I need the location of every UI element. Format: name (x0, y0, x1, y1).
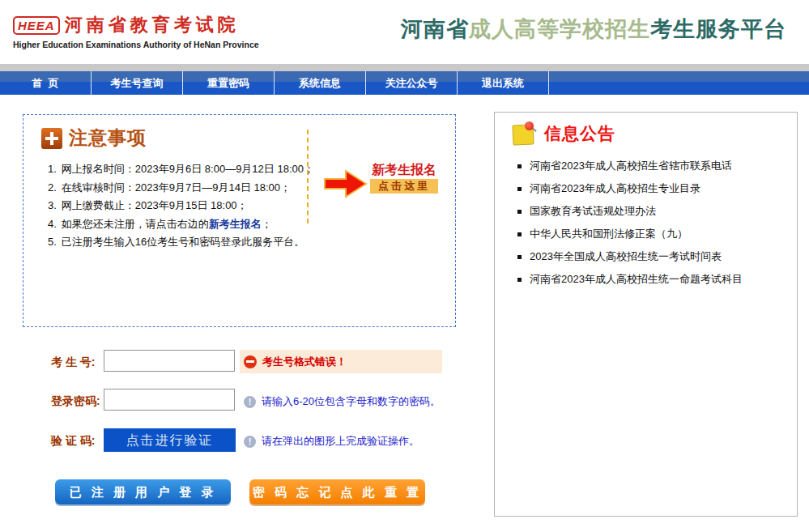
bullet-icon (517, 232, 522, 236)
notice-item-number: 2. (48, 181, 57, 194)
nav-item-follow-account[interactable]: 关注公众号 (366, 71, 458, 95)
notice-item: 4.如果您还未注册，请点击右边的新考生报名； (48, 215, 303, 234)
nav-item-logout[interactable]: 退出系统 (458, 71, 549, 95)
id-error-message-strip: 考生号格式错误！ (240, 350, 442, 373)
notice-item-number: 4. (48, 218, 57, 230)
notice-item-number: 1. (48, 163, 57, 175)
pinned-note-icon (513, 121, 537, 146)
notice-panel-title: 注意事项 (69, 126, 147, 151)
plus-icon (41, 128, 62, 149)
announcement-link[interactable]: 国家教育考试违规处理办法 (517, 204, 656, 219)
title-part-platform: 考生服务平台 (650, 17, 786, 41)
header-divider (0, 64, 809, 71)
notice-item-text-post: ； (262, 218, 272, 230)
announcement-link[interactable]: 河南省2023年成人高校招生专业目录 (517, 181, 700, 196)
notice-item-text: 如果您还未注册，请点击右边的 (62, 218, 209, 230)
notice-item-text: 网上缴费截止：2023年9月15日 18:00； (62, 199, 248, 211)
notice-list: 1.网上报名时间：2023年9月6日 8:00—9月12日 18:00； 2.在… (48, 160, 303, 252)
bullet-icon (517, 278, 522, 282)
bullet-icon (517, 187, 522, 191)
password-hint-text: 请输入6-20位包含字母和数字的密码。 (262, 394, 441, 409)
logo-chinese-name: 河南省教育考试院 (65, 13, 240, 37)
notice-item: 2.在线审核时间：2023年9月7日—9月14日 18:00； (48, 179, 303, 198)
notice-item: 3.网上缴费截止：2023年9月15日 18:00； (48, 197, 303, 215)
announcement-panel: 信息公告 河南省2023年成人高校招生省辖市联系电话 河南省2023年成人高校招… (494, 112, 798, 517)
new-candidate-register-link[interactable]: 新考生报名 (209, 218, 262, 230)
announcement-text[interactable]: 2023年全国成人高校招生统一考试时间表 (530, 249, 722, 264)
password-hint-row: ! 请输入6-20位包含字母和数字的密码。 (244, 394, 441, 409)
announcement-text[interactable]: 中华人民共和国刑法修正案（九） (530, 227, 688, 241)
notice-item-text: 网上报名时间：2023年9月6日 8:00—9月12日 18:00； (62, 163, 314, 175)
announcement-text[interactable]: 河南省2023年成人高校招生统一命题考试科目 (530, 272, 743, 287)
announcement-link[interactable]: 河南省2023年成人高校招生省辖市联系电话 (517, 159, 732, 173)
dashed-divider (307, 130, 309, 223)
notice-item: 5.已注册考生输入16位考生号和密码登录此服务平台。 (48, 233, 303, 252)
notice-item: 1.网上报名时间：2023年9月6日 8:00—9月12日 18:00； (48, 160, 303, 179)
captcha-verify-button[interactable]: 点击进行验证 (104, 428, 236, 452)
error-icon (244, 355, 257, 368)
announcement-link[interactable]: 2023年全国成人高校招生统一考试时间表 (517, 249, 722, 264)
register-click-here[interactable]: 点击这里 (370, 179, 438, 194)
register-label[interactable]: 新考生报名 (372, 162, 436, 179)
logo-english-name: Higher Education Examinations Authority … (13, 40, 259, 49)
title-part-province: 河南省 (401, 17, 469, 41)
bullet-icon (517, 164, 522, 168)
announcement-link[interactable]: 中华人民共和国刑法修正案（九） (517, 227, 688, 241)
password-input[interactable] (104, 389, 235, 411)
nav-item-home[interactable]: 首 页 (0, 71, 92, 95)
info-icon: ! (244, 396, 256, 408)
announcement-panel-title: 信息公告 (544, 122, 615, 145)
captcha-label: 验 证 码: (51, 434, 95, 449)
info-icon: ! (244, 436, 256, 448)
forgot-password-reset-button[interactable]: 密 码 忘 记 点 此 重 置 (249, 479, 425, 504)
nav-item-id-query[interactable]: 考生号查询 (92, 71, 183, 95)
announcement-text[interactable]: 河南省2023年成人高校招生专业目录 (530, 181, 700, 196)
id-error-text: 考生号格式错误！ (262, 355, 347, 369)
notice-item-text: 已注册考生输入16位考生号和密码登录此服务平台。 (62, 236, 304, 248)
bullet-icon (517, 210, 522, 214)
registered-user-login-button[interactable]: 已 注 册 用 户 登 录 (55, 479, 231, 504)
notice-item-number: 5. (48, 236, 57, 248)
site-logo: HEEA 河南省教育考试院 Higher Education Examinati… (13, 13, 259, 49)
heea-logo-icon: HEEA (13, 16, 60, 35)
main-nav: 首 页 考生号查询 重置密码 系统信息 关注公众号 退出系统 (0, 71, 809, 95)
red-arrow-icon (323, 168, 368, 199)
announcement-link[interactable]: 河南省2023年成人高校招生统一命题考试科目 (517, 272, 743, 287)
announcement-text[interactable]: 河南省2023年成人高校招生省辖市联系电话 (530, 159, 732, 173)
nav-item-reset-password[interactable]: 重置密码 (183, 71, 275, 95)
bullet-icon (517, 255, 522, 259)
page-title: 河南省成人高等学校招生考生服务平台 (401, 15, 786, 44)
notice-item-number: 3. (48, 199, 57, 211)
title-part-program: 成人高等学校招生 (469, 17, 650, 41)
notice-item-text: 在线审核时间：2023年9月7日—9月14日 18:00； (62, 181, 291, 194)
nav-item-system-info[interactable]: 系统信息 (275, 71, 366, 95)
notice-panel: 注意事项 1.网上报名时间：2023年9月6日 8:00—9月12日 18:00… (23, 114, 456, 327)
captcha-hint-text: 请在弹出的图形上完成验证操作。 (262, 434, 419, 449)
candidate-id-label: 考 生 号: (51, 355, 95, 370)
candidate-id-input[interactable] (104, 350, 235, 372)
password-label: 登录密码: (51, 394, 100, 409)
announcement-text[interactable]: 国家教育考试违规处理办法 (530, 204, 656, 219)
captcha-hint-row: ! 请在弹出的图形上完成验证操作。 (244, 434, 419, 449)
page-header: HEEA 河南省教育考试院 Higher Education Examinati… (0, 0, 809, 64)
